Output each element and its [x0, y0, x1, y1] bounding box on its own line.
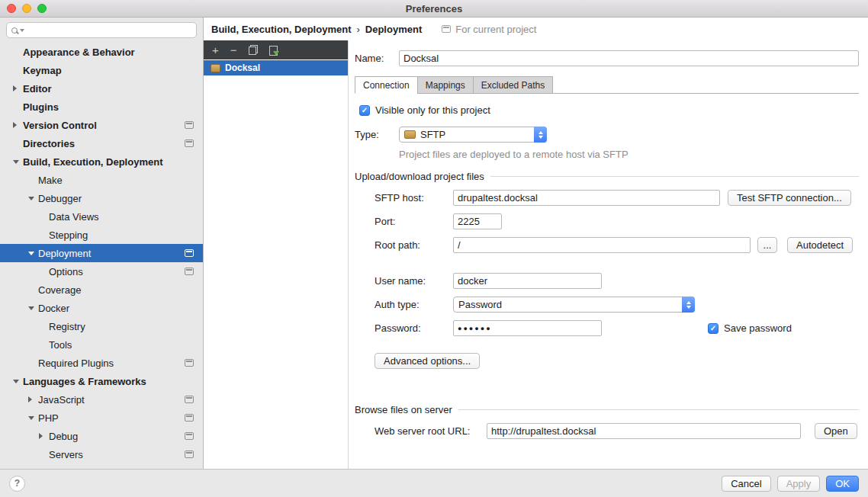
deployment-form: Name: Connection Mappings Excluded Paths… [349, 40, 868, 469]
cancel-button[interactable]: Cancel [722, 476, 770, 492]
tree-chevron-right-icon[interactable] [13, 85, 17, 91]
sidebar-item-label: Required Plugins [38, 358, 114, 369]
sidebar-item-label: Directories [23, 138, 75, 149]
breadcrumb-separator: › [356, 24, 359, 35]
tree-chevron-right-icon[interactable] [28, 396, 32, 402]
project-level-icon [185, 451, 194, 458]
ok-button[interactable]: OK [826, 476, 859, 492]
sidebar-item-debugger[interactable]: Debugger [0, 189, 203, 207]
close-button[interactable] [7, 4, 16, 13]
search-input[interactable] [27, 24, 191, 36]
tree-chevron-down-icon[interactable] [13, 160, 19, 164]
type-row: Type: SFTP [355, 127, 859, 143]
visible-only-checkbox[interactable]: ✓ [359, 105, 370, 116]
sidebar-item-php[interactable]: PHP [0, 409, 203, 427]
sidebar-item-options[interactable]: Options [0, 262, 203, 281]
sidebar-item-required-plugins[interactable]: Required Plugins [0, 354, 203, 372]
sidebar-item-registry[interactable]: Registry [0, 317, 203, 335]
sidebar-item-coverage[interactable]: Coverage [0, 281, 203, 299]
sftp-host-label: SFTP host: [375, 192, 453, 204]
sidebar-item-label: Tools [49, 339, 72, 351]
sidebar-item-make[interactable]: Make [0, 171, 203, 189]
sidebar-item-deployment[interactable]: Deployment [0, 244, 203, 262]
sidebar-item-version-control[interactable]: Version Control [0, 116, 203, 134]
sidebar: Appearance & BehaviorKeymapEditorPlugins… [0, 18, 204, 469]
port-input[interactable] [453, 213, 502, 229]
tree-chevron-right-icon[interactable] [13, 122, 17, 128]
server-item-docksal[interactable]: Docksal [204, 60, 348, 75]
help-button[interactable]: ? [9, 476, 25, 492]
type-select[interactable]: SFTP [399, 127, 547, 143]
main-header: Build, Execution, Deployment › Deploymen… [204, 18, 868, 40]
tree-chevron-down-icon[interactable] [28, 252, 34, 255]
web-root-input[interactable] [487, 423, 801, 439]
check-icon: ✓ [710, 324, 716, 332]
browse-root-path-button[interactable]: ... [757, 237, 777, 253]
server-list: Docksal [204, 59, 348, 469]
sidebar-item-build-execution-deployment[interactable]: Build, Execution, Deployment [0, 152, 203, 171]
search-field[interactable] [6, 22, 197, 38]
sidebar-item-tools[interactable]: Tools [0, 335, 203, 354]
paste-server-button[interactable] [269, 45, 278, 55]
tab-connection[interactable]: Connection [355, 76, 418, 94]
user-name-input[interactable] [453, 273, 602, 289]
sidebar-item-label: Deployment [38, 248, 91, 259]
sidebar-item-servers[interactable]: Servers [0, 445, 203, 463]
sidebar-item-appearance-behavior[interactable]: Appearance & Behavior [0, 43, 203, 61]
sidebar-item-keymap[interactable]: Keymap [0, 61, 203, 79]
test-sftp-connection-button[interactable]: Test SFTP connection... [728, 190, 851, 206]
preferences-window: Preferences Appearance & BehaviorKeymapE… [0, 0, 868, 497]
sidebar-item-docker[interactable]: Docker [0, 299, 203, 317]
sidebar-item-languages-frameworks[interactable]: Languages & Frameworks [0, 372, 203, 390]
tree-chevron-down-icon[interactable] [28, 416, 34, 420]
traffic-lights [7, 4, 47, 13]
tree-chevron-right-icon[interactable] [39, 433, 43, 439]
sidebar-item-label: Build, Execution, Deployment [23, 156, 162, 168]
sidebar-item-data-views[interactable]: Data Views [0, 207, 203, 226]
root-path-input[interactable] [453, 237, 751, 253]
tree-chevron-down-icon[interactable] [28, 306, 34, 310]
tree-chevron-down-icon[interactable] [13, 380, 19, 383]
name-label: Name: [355, 53, 399, 64]
advanced-options-button[interactable]: Advanced options... [375, 353, 480, 369]
tree-chevron-down-icon[interactable] [28, 197, 34, 200]
sidebar-item-directories[interactable]: Directories [0, 134, 203, 152]
sidebar-item-label: Plugins [23, 101, 59, 113]
apply-button[interactable]: Apply [777, 476, 821, 492]
copy-server-button[interactable] [249, 45, 258, 55]
sidebar-item-label: Editor [23, 83, 52, 95]
visible-only-label: Visible only for this project [375, 104, 490, 116]
autodetect-button[interactable]: Autodetect [787, 237, 853, 253]
sidebar-item-javascript[interactable]: JavaScript [0, 390, 203, 409]
open-button[interactable]: Open [815, 423, 857, 439]
sftp-host-input[interactable] [453, 190, 720, 206]
remove-server-button[interactable]: − [230, 44, 237, 56]
save-password-group: ✓ Save password [708, 322, 792, 334]
minimize-button[interactable] [22, 4, 31, 13]
server-name-input[interactable] [399, 50, 859, 66]
sidebar-item-label: Languages & Frameworks [23, 376, 146, 387]
add-server-button[interactable]: + [212, 44, 219, 56]
auth-type-value: Password [458, 299, 682, 310]
sidebar-item-editor[interactable]: Editor [0, 79, 203, 98]
password-input[interactable] [453, 320, 602, 336]
section-divider [458, 409, 859, 410]
check-icon: ✓ [362, 106, 368, 114]
breadcrumb-category: Build, Execution, Deployment [211, 24, 351, 35]
user-name-label: User name: [375, 275, 453, 287]
sidebar-item-stepping[interactable]: Stepping [0, 226, 203, 244]
main-body: + − Docksal Name: Connection Mappings [204, 40, 868, 469]
auth-type-select[interactable]: Password [453, 297, 695, 313]
name-row: Name: [355, 50, 859, 66]
sidebar-item-label: Registry [49, 321, 85, 332]
project-level-icon [185, 249, 194, 257]
save-password-checkbox[interactable]: ✓ [708, 323, 719, 334]
search-options-chevron-icon[interactable] [20, 29, 24, 32]
sidebar-item-plugins[interactable]: Plugins [0, 98, 203, 116]
tab-mappings[interactable]: Mappings [417, 76, 474, 94]
sidebar-item-debug[interactable]: Debug [0, 427, 203, 445]
type-value: SFTP [420, 129, 534, 140]
zoom-button[interactable] [37, 4, 47, 13]
tab-excluded-paths[interactable]: Excluded Paths [473, 76, 553, 94]
sidebar-item-label: Servers [49, 449, 83, 460]
